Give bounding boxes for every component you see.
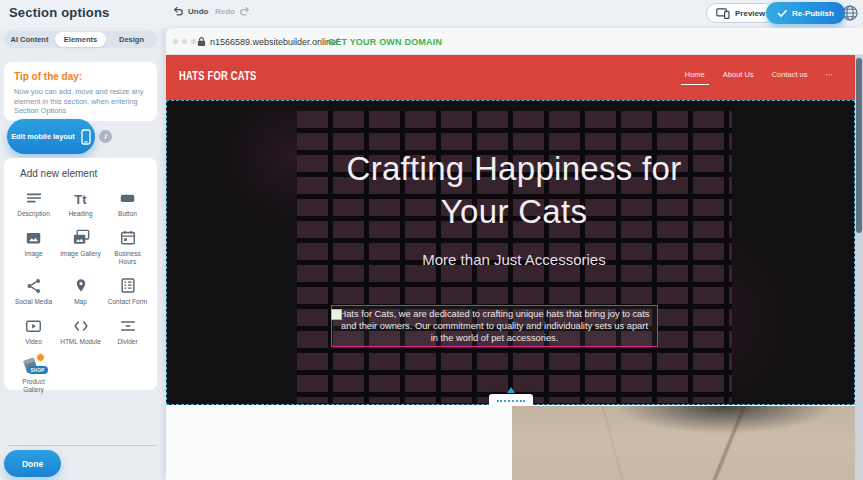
cat-shadow-photo [512,406,855,480]
hero-subheading[interactable]: More than Just Accessories [319,251,709,268]
map-pin-icon [73,275,89,295]
undo-icon [172,5,184,17]
done-button[interactable]: Done [4,450,61,477]
element-map[interactable]: Map [57,275,104,306]
heading-tt-icon: Tt [74,187,86,207]
nav-about-us[interactable]: About Us [723,70,754,79]
site-logo[interactable]: HATS FOR CATS [179,69,257,83]
panel-tabs: AI Content Elements Design [4,31,157,48]
next-section[interactable] [166,405,855,480]
add-element-title: Add new element [20,168,151,179]
undo-button[interactable]: Undo [172,5,208,17]
nav-contact-us[interactable]: Contact us [772,70,808,79]
element-image[interactable]: Image [10,227,57,266]
nav-home[interactable]: Home [685,70,705,79]
site-header[interactable]: HATS FOR CATS Home About Us Contact us ⋯ [166,55,855,100]
element-button[interactable]: Button [104,187,151,218]
phone-icon [81,129,91,145]
tab-elements[interactable]: Elements [55,32,106,47]
info-icon[interactable]: i [99,130,112,143]
tip-of-the-day-card: Tip of the day: Now you can add, move an… [4,62,157,121]
hero-paragraph: Hats for Cats, we are dedicated to craft… [332,308,657,344]
element-product-gallery[interactable]: SHOP Product Gallery [10,355,57,394]
section-options-panel: AI Content Elements Design Tip of the da… [0,28,166,480]
edit-mobile-layout-button[interactable]: Edit mobile layout [7,119,95,154]
republish-label: Re-Publish [792,9,834,18]
edit-mobile-label: Edit mobile layout [11,132,75,141]
text-lines-icon [25,187,43,207]
site-nav: Home About Us Contact us ⋯ [685,70,833,79]
app-window: Section options Undo Redo Preview Re-Pub… [0,0,863,480]
divider-icon [119,315,137,335]
redo-button[interactable]: Redo [215,5,251,17]
new-badge-icon [36,353,45,362]
hero-section[interactable]: Crafting Happiness for Your Cats More th… [166,100,855,405]
element-heading[interactable]: Tt Heading [57,187,104,218]
element-description[interactable]: Description [10,187,57,218]
tip-body: Now you can add, move and resize any ele… [14,87,147,116]
selection-handle-icon[interactable] [331,309,342,320]
video-icon [24,315,43,335]
share-icon [25,275,43,295]
element-business-hours[interactable]: Business Hours [104,227,151,266]
hero-heading[interactable]: Crafting Happiness for Your Cats [319,147,709,233]
nav-more[interactable]: ⋯ [826,70,834,79]
preview-label: Preview [735,9,765,18]
element-video[interactable]: Video [10,315,57,346]
product-gallery-icon: SHOP [22,355,46,375]
image-icon [24,227,43,247]
button-icon [118,187,137,207]
site-canvas: n1566589.websitebuilder.online/ GET YOUR… [166,28,863,480]
tab-ai-content[interactable]: AI Content [4,31,55,48]
lock-icon [197,36,206,47]
element-contact-form[interactable]: Contact Form [104,275,151,306]
redo-icon [239,5,251,17]
contact-form-icon [119,275,137,295]
element-html-module[interactable]: HTML Module [57,315,104,346]
hero-content: Crafting Happiness for Your Cats More th… [297,101,732,404]
republish-button[interactable]: Re-Publish [766,2,845,24]
image-gallery-icon [71,227,91,247]
element-image-gallery[interactable]: Image Gallery [57,227,104,266]
window-dots-icon [173,39,196,44]
preview-button[interactable]: Preview [706,3,775,23]
redo-label: Redo [215,7,235,16]
grip-dots-icon [497,400,525,402]
canvas-scrollbar [855,55,863,480]
add-element-card: Add new element Description Tt Heading [4,158,157,390]
undo-label: Undo [188,7,208,16]
element-social-media[interactable]: Social Media [10,275,57,306]
url-text[interactable]: n1566589.websitebuilder.online/ [210,37,339,47]
browser-address-bar: n1566589.websitebuilder.online/ GET YOUR… [166,28,863,55]
element-divider[interactable]: Divider [104,315,151,346]
page-title: Section options [9,5,110,20]
top-toolbar: Section options Undo Redo Preview Re-Pub… [0,0,863,28]
devices-icon [716,8,730,19]
scrollbar-thumb[interactable] [856,58,862,233]
business-hours-icon [119,227,137,247]
tab-design[interactable]: Design [106,31,157,48]
element-grid: Description Tt Heading Button Ima [10,187,151,394]
get-domain-link[interactable]: GET YOUR OWN DOMAIN [328,37,442,47]
tip-title: Tip of the day: [14,71,147,82]
panel-divider [8,445,156,446]
shop-badge: SHOP [28,366,48,374]
hero-paragraph-box[interactable]: Hats for Cats, we are dedicated to craft… [331,305,658,347]
code-icon [72,315,90,335]
globe-icon[interactable] [841,4,859,22]
arrow-up-icon [507,387,515,393]
check-icon [777,9,787,18]
